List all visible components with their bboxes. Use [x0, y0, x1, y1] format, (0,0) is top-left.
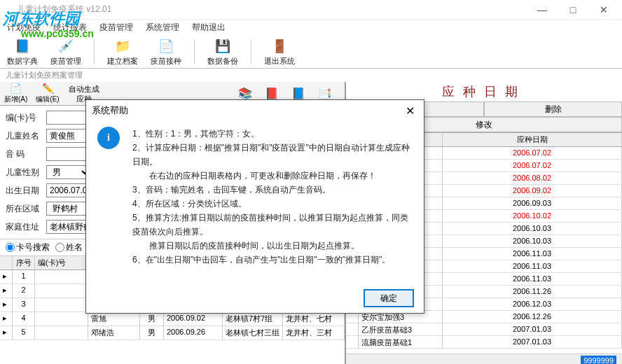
add-button[interactable]: 📄新增(A) [0, 81, 32, 106]
menu-system[interactable]: 系统管理 [143, 20, 182, 35]
window-title: 儿童计划免疫系统 v12.01 [3, 4, 527, 15]
lbl-sex: 儿童性别 [6, 167, 42, 178]
tb-backup[interactable]: 💾数据备份 [205, 38, 241, 66]
tb-data-dict[interactable]: 📘数据字典 [4, 38, 41, 66]
separator [194, 39, 195, 64]
new-icon: 📄 [10, 83, 22, 94]
lbl-card: 编(卡)号 [6, 112, 42, 124]
info-icon: i [97, 127, 120, 149]
save-icon: 💾 [214, 38, 231, 55]
menu-report[interactable]: 统计报表 [50, 20, 90, 35]
table-row[interactable]: ▸5邓绪浩男2006.09.26老林镇七村三组龙井村、三村 [0, 326, 345, 340]
title-bar: 儿童计划免疫系统 v12.01 ― □ ✕ [0, 0, 622, 20]
menu-help[interactable]: 帮助退出 [189, 20, 228, 35]
doc-icon: 📄 [158, 38, 174, 55]
book4-icon[interactable]: 📑 [318, 87, 332, 100]
dialog-title: 系统帮助 [92, 104, 401, 117]
menu-bar: 计划免疫 统计报表 疫苗管理 系统管理 帮助退出 [0, 20, 622, 35]
minimize-button[interactable]: ― [527, 0, 558, 20]
edit-icon: ✏️ [42, 83, 54, 94]
book3-icon[interactable]: 📘 [291, 87, 305, 100]
menu-plan[interactable]: 计划免疫 [4, 20, 43, 35]
radio-name-search[interactable]: 姓名 [55, 241, 83, 253]
lbl-birth: 出生日期 [6, 185, 42, 197]
tb-vaccinate[interactable]: 📄疫苗接种 [148, 38, 184, 66]
schedule-row[interactable]: 流脑疫苗基础12007.01.03 [346, 336, 622, 349]
dialog-close-icon[interactable]: ✕ [401, 104, 418, 118]
tb-create-file[interactable]: 📁建立档案 [104, 38, 141, 66]
separator [251, 39, 251, 64]
dialog-ok-button[interactable]: 确定 [364, 289, 414, 307]
sched-del-button[interactable]: 删除 [484, 102, 622, 117]
lbl-area: 所在区域 [6, 203, 42, 215]
schedule-row[interactable]: 乙肝疫苗基础32007.01.03 [346, 323, 622, 336]
help-dialog: 系统帮助 ✕ i 1、性别：1：男，其他字符：女。2、计算应种日期：根据"推算日… [85, 99, 424, 314]
lbl-addr: 家庭住址 [6, 221, 42, 233]
book-icon: 📘 [14, 38, 31, 55]
status-bar: 9999999 [346, 354, 622, 364]
tb-exit[interactable]: 🚪退出系统 [261, 38, 298, 66]
close-button[interactable]: ✕ [588, 0, 619, 20]
edit-button[interactable]: ✏️编辑(E) [32, 81, 63, 106]
dialog-text: 1、性别：1：男，其他字符：女。2、计算应种日期：根据"推算日期"和"疫苗设置"… [132, 127, 413, 278]
exit-icon: 🚪 [271, 38, 288, 55]
schedule-title: 应种日期 [346, 82, 622, 102]
sub-title: 儿童计划免疫档案管理 [0, 69, 622, 82]
select-sex[interactable]: 男 [46, 165, 91, 179]
syringe-icon: 💉 [57, 38, 74, 55]
maximize-button[interactable]: □ [558, 0, 588, 20]
table-row[interactable]: ▸4雷旭男2006.09.02老林镇7村7组龙井村、七村 [0, 312, 345, 326]
folder-icon: 📁 [114, 38, 131, 55]
book2-icon[interactable]: 📕 [265, 87, 279, 100]
lbl-code: 音 码 [6, 148, 42, 160]
lbl-name: 儿童姓名 [6, 130, 42, 142]
separator [94, 39, 95, 64]
book1-icon[interactable]: 📚 [238, 87, 252, 100]
main-toolbar: 📘数据字典 💉疫苗管理 📁建立档案 📄疫苗接种 💾数据备份 🚪退出系统 [0, 35, 622, 69]
menu-vaccine[interactable]: 疫苗管理 [97, 20, 136, 35]
radio-card-search[interactable]: 卡号搜索 [6, 241, 50, 253]
tb-vaccine-mgmt[interactable]: 💉疫苗管理 [48, 38, 84, 66]
